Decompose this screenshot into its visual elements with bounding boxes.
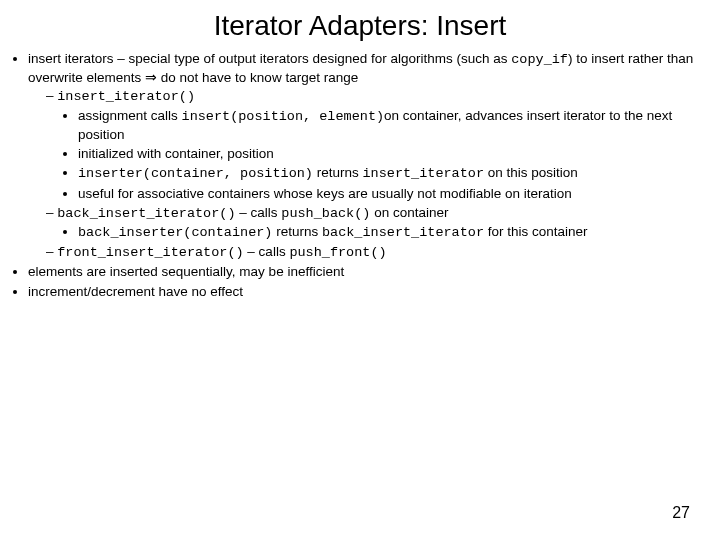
bullet-1: insert iterators – special type of outpu… [28, 50, 714, 262]
insert-iterator-detail-2: initialized with container, position [78, 145, 714, 163]
slide: Iterator Adapters: Insert insert iterato… [0, 0, 720, 540]
bullet-1-post2: do not have to know target range [157, 70, 358, 85]
insert-iterator-detail-1: assignment calls insert(position, elemen… [78, 107, 714, 144]
bullet-3: increment/decrement have no effect [28, 283, 714, 301]
bullet-1-pre: insert iterators – special type of outpu… [28, 51, 511, 66]
bullet-1-code: copy_if [511, 52, 568, 67]
sub-back-insert-iterator: back_insert_iterator() – calls push_back… [46, 204, 714, 242]
sub-insert-iterator: insert_iterator() assignment calls inser… [46, 87, 714, 202]
page-number: 27 [672, 504, 690, 522]
arrow-symbol: ⇒ [145, 70, 157, 85]
insert-iterator-detail-4: useful for associative containers whose … [78, 185, 714, 203]
sub-front-insert-iterator: front_insert_iterator() – calls push_fro… [46, 243, 714, 262]
slide-title: Iterator Adapters: Insert [0, 0, 720, 50]
insert-iterator-detail-3: inserter(container, position) returns in… [78, 164, 714, 183]
slide-body: insert iterators – special type of outpu… [0, 50, 720, 301]
bullet-2: elements are inserted sequentially, may … [28, 263, 714, 281]
insert-iterator-code: insert_iterator() [57, 89, 195, 104]
back-insert-iterator-detail-1: back_inserter(container) returns back_in… [78, 223, 714, 242]
